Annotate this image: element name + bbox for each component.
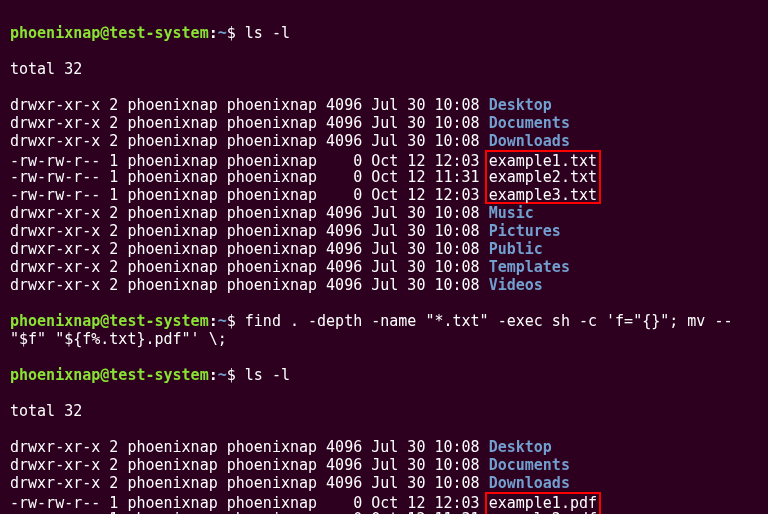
file-meta: -rw-rw-r-- 1 phoenixnap phoenixnap 0 Oct…	[10, 168, 489, 186]
directory-name: Videos	[489, 276, 543, 294]
file-meta: drwxr-xr-x 2 phoenixnap phoenixnap 4096 …	[10, 114, 489, 132]
file-meta: drwxr-xr-x 2 phoenixnap phoenixnap 4096 …	[10, 204, 489, 222]
directory-name: Documents	[489, 114, 570, 132]
file-name: example1.txt	[485, 150, 601, 168]
list-row: drwxr-xr-x 2 phoenixnap phoenixnap 4096 …	[10, 240, 760, 258]
file-meta: drwxr-xr-x 2 phoenixnap phoenixnap 4096 …	[10, 96, 489, 114]
prompt-user-host: phoenixnap@test-system	[10, 366, 209, 384]
directory-name: Downloads	[489, 132, 570, 150]
command-ls-1: ls -l	[245, 24, 290, 42]
directory-name: Documents	[489, 456, 570, 474]
directory-name: Downloads	[489, 474, 570, 492]
prompt-user-host: phoenixnap@test-system	[10, 312, 209, 330]
file-meta: drwxr-xr-x 2 phoenixnap phoenixnap 4096 …	[10, 474, 489, 492]
list-row: drwxr-xr-x 2 phoenixnap phoenixnap 4096 …	[10, 474, 760, 492]
list-row: -rw-rw-r-- 1 phoenixnap phoenixnap 0 Oct…	[10, 168, 760, 186]
list-row: drwxr-xr-x 2 phoenixnap phoenixnap 4096 …	[10, 96, 760, 114]
listing-1: drwxr-xr-x 2 phoenixnap phoenixnap 4096 …	[10, 96, 760, 294]
file-name: example2.pdf	[485, 510, 601, 514]
terminal[interactable]: phoenixnap@test-system:~$ ls -l total 32…	[0, 0, 768, 514]
list-row: drwxr-xr-x 2 phoenixnap phoenixnap 4096 …	[10, 132, 760, 150]
directory-name: Public	[489, 240, 543, 258]
directory-name: Desktop	[489, 96, 552, 114]
file-name: example3.txt	[485, 186, 601, 204]
prompt-path: ~	[218, 366, 227, 384]
list-row: drwxr-xr-x 2 phoenixnap phoenixnap 4096 …	[10, 276, 760, 294]
directory-name: Templates	[489, 258, 570, 276]
file-meta: -rw-rw-r-- 1 phoenixnap phoenixnap 0 Oct…	[10, 186, 489, 204]
listing-2: drwxr-xr-x 2 phoenixnap phoenixnap 4096 …	[10, 438, 760, 514]
directory-name: Desktop	[489, 438, 552, 456]
list-row: drwxr-xr-x 2 phoenixnap phoenixnap 4096 …	[10, 456, 760, 474]
prompt-line-1: phoenixnap@test-system:~$ ls -l	[10, 24, 760, 42]
prompt-line-2: phoenixnap@test-system:~$ find . -depth …	[10, 312, 758, 348]
prompt-sep: :	[209, 366, 218, 384]
list-row: -rw-rw-r-- 1 phoenixnap phoenixnap 0 Oct…	[10, 492, 760, 510]
list-row: drwxr-xr-x 2 phoenixnap phoenixnap 4096 …	[10, 222, 760, 240]
total-line-1: total 32	[10, 60, 760, 78]
prompt-sep: :	[209, 24, 218, 42]
directory-name: Pictures	[489, 222, 561, 240]
prompt-dollar: $	[227, 312, 236, 330]
directory-name: Music	[489, 204, 534, 222]
file-meta: drwxr-xr-x 2 phoenixnap phoenixnap 4096 …	[10, 438, 489, 456]
file-name: example1.pdf	[485, 492, 601, 510]
prompt-dollar: $	[227, 24, 236, 42]
prompt-sep: :	[209, 312, 218, 330]
command-ls-2: ls -l	[245, 366, 290, 384]
file-meta: drwxr-xr-x 2 phoenixnap phoenixnap 4096 …	[10, 276, 489, 294]
list-row: drwxr-xr-x 2 phoenixnap phoenixnap 4096 …	[10, 114, 760, 132]
file-meta: drwxr-xr-x 2 phoenixnap phoenixnap 4096 …	[10, 456, 489, 474]
file-name: example2.txt	[485, 168, 601, 186]
file-meta: drwxr-xr-x 2 phoenixnap phoenixnap 4096 …	[10, 240, 489, 258]
list-row: -rw-rw-r-- 1 phoenixnap phoenixnap 0 Oct…	[10, 150, 760, 168]
total-line-2: total 32	[10, 402, 760, 420]
file-meta: drwxr-xr-x 2 phoenixnap phoenixnap 4096 …	[10, 132, 489, 150]
list-row: drwxr-xr-x 2 phoenixnap phoenixnap 4096 …	[10, 258, 760, 276]
list-row: -rw-rw-r-- 1 phoenixnap phoenixnap 0 Oct…	[10, 186, 760, 204]
prompt-line-3: phoenixnap@test-system:~$ ls -l	[10, 366, 760, 384]
list-row: drwxr-xr-x 2 phoenixnap phoenixnap 4096 …	[10, 438, 760, 456]
file-meta: drwxr-xr-x 2 phoenixnap phoenixnap 4096 …	[10, 222, 489, 240]
list-row: -rw-rw-r-- 1 phoenixnap phoenixnap 0 Oct…	[10, 510, 760, 514]
prompt-path: ~	[218, 24, 227, 42]
prompt-path: ~	[218, 312, 227, 330]
prompt-user-host: phoenixnap@test-system	[10, 24, 209, 42]
list-row: drwxr-xr-x 2 phoenixnap phoenixnap 4096 …	[10, 204, 760, 222]
prompt-dollar: $	[227, 366, 236, 384]
file-meta: -rw-rw-r-- 1 phoenixnap phoenixnap 0 Oct…	[10, 510, 489, 514]
file-meta: drwxr-xr-x 2 phoenixnap phoenixnap 4096 …	[10, 258, 489, 276]
